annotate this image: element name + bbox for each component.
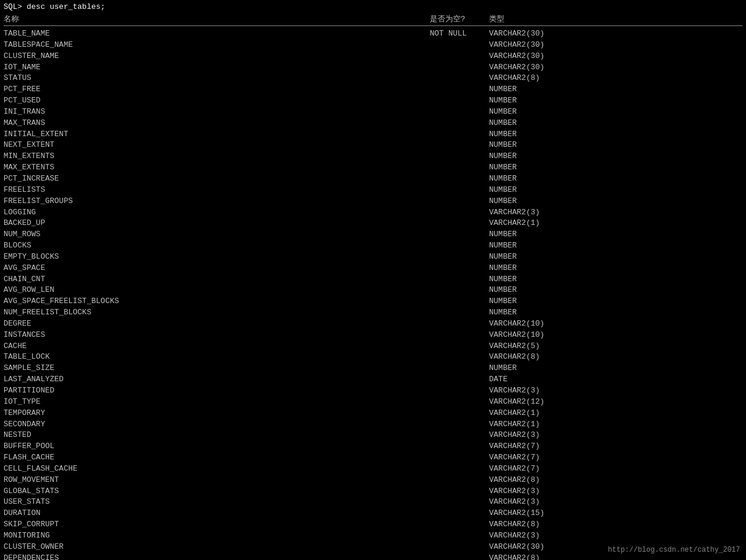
row-column-name: LOGGING: [4, 207, 430, 218]
row-column-name: PCT_INCREASE: [4, 173, 430, 185]
row-type: VARCHAR2(3): [489, 385, 540, 397]
row-column-name: DEPENDENCIES: [4, 553, 430, 560]
row-type: NUMBER: [489, 263, 517, 274]
row-nullable: [430, 519, 489, 530]
table-row: PCT_FREENUMBER: [4, 84, 742, 95]
row-column-name: NESTED: [4, 430, 430, 441]
row-column-name: CELL_FLASH_CACHE: [4, 464, 430, 475]
row-nullable: [430, 341, 489, 352]
row-type: NUMBER: [489, 285, 517, 296]
row-column-name: FLASH_CACHE: [4, 452, 430, 464]
table-row: NUM_FREELIST_BLOCKSNUMBER: [4, 307, 742, 318]
row-type: NUMBER: [489, 229, 517, 240]
row-type: VARCHAR2(15): [489, 508, 545, 519]
table-row: SKIP_CORRUPTVARCHAR2(8): [4, 519, 742, 530]
row-column-name: LAST_ANALYZED: [4, 374, 430, 385]
row-nullable: [430, 207, 489, 218]
row-type: NUMBER: [489, 95, 517, 107]
row-nullable: [430, 140, 489, 151]
row-type: VARCHAR2(5): [489, 341, 540, 352]
table-row: MAX_TRANSNUMBER: [4, 118, 742, 129]
row-nullable: [430, 385, 489, 397]
row-nullable: [430, 185, 489, 196]
row-nullable: [430, 162, 489, 173]
table-row: CACHEVARCHAR2(5): [4, 341, 742, 352]
table-row: CLUSTER_NAMEVARCHAR2(30): [4, 51, 742, 62]
row-nullable: [430, 285, 489, 296]
table-row: BACKED_UPVARCHAR2(1): [4, 218, 742, 229]
row-type: VARCHAR2(1): [489, 419, 540, 430]
row-column-name: MAX_TRANS: [4, 118, 430, 129]
table-row: USER_STATSVARCHAR2(3): [4, 497, 742, 508]
row-column-name: MAX_EXTENTS: [4, 162, 430, 173]
table-row: AVG_SPACENUMBER: [4, 263, 742, 274]
table-row: AVG_SPACE_FREELIST_BLOCKSNUMBER: [4, 296, 742, 307]
row-type: NUMBER: [489, 129, 517, 140]
row-nullable: [430, 240, 489, 252]
row-type: NUMBER: [489, 307, 517, 318]
row-column-name: EMPTY_BLOCKS: [4, 252, 430, 263]
table-row: GLOBAL_STATSVARCHAR2(3): [4, 486, 742, 497]
table-row: SAMPLE_SIZENUMBER: [4, 363, 742, 374]
row-nullable: [430, 408, 489, 419]
table-row: LOGGINGVARCHAR2(3): [4, 207, 742, 218]
row-column-name: PCT_FREE: [4, 84, 430, 95]
row-nullable: [430, 486, 489, 497]
row-type: NUMBER: [489, 173, 517, 185]
row-nullable: [430, 252, 489, 263]
row-nullable: [430, 73, 489, 84]
row-nullable: [430, 51, 489, 62]
row-type: NUMBER: [489, 196, 517, 207]
row-column-name: NEXT_EXTENT: [4, 140, 430, 151]
row-type: VARCHAR2(1): [489, 218, 540, 229]
table-row: TEMPORARYVARCHAR2(1): [4, 408, 742, 419]
row-column-name: BACKED_UP: [4, 218, 430, 229]
row-column-name: AVG_SPACE: [4, 263, 430, 274]
table-row: BUFFER_POOLVARCHAR2(7): [4, 441, 742, 452]
row-column-name: AVG_ROW_LEN: [4, 285, 430, 296]
table-row: ROW_MOVEMENTVARCHAR2(8): [4, 475, 742, 486]
row-column-name: SECONDARY: [4, 419, 430, 430]
row-nullable: [430, 553, 489, 560]
row-column-name: FREELISTS: [4, 185, 430, 196]
row-nullable: [430, 419, 489, 430]
row-column-name: INSTANCES: [4, 330, 430, 341]
table-row: MIN_EXTENTSNUMBER: [4, 151, 742, 162]
row-type: VARCHAR2(8): [489, 352, 540, 363]
row-nullable: [430, 363, 489, 374]
row-nullable: [430, 218, 489, 229]
row-type: NUMBER: [489, 296, 517, 307]
row-column-name: AVG_SPACE_FREELIST_BLOCKS: [4, 296, 430, 307]
table-row: SECONDARYVARCHAR2(1): [4, 419, 742, 430]
row-nullable: [430, 464, 489, 475]
row-type: VARCHAR2(8): [489, 475, 540, 486]
row-type: VARCHAR2(10): [489, 330, 545, 341]
row-nullable: NOT NULL: [430, 28, 489, 40]
row-nullable: [430, 475, 489, 486]
row-nullable: [430, 263, 489, 274]
row-column-name: SAMPLE_SIZE: [4, 363, 430, 374]
table-row: NEXT_EXTENTNUMBER: [4, 140, 742, 151]
row-type: NUMBER: [489, 162, 517, 173]
table-row: FLASH_CACHEVARCHAR2(7): [4, 452, 742, 464]
row-type: VARCHAR2(12): [489, 397, 545, 408]
table-row: PCT_INCREASENUMBER: [4, 173, 742, 185]
row-nullable: [430, 430, 489, 441]
header-nullable: 是否为空?: [430, 14, 489, 24]
row-nullable: [430, 107, 489, 118]
row-nullable: [430, 40, 489, 51]
row-column-name: NUM_FREELIST_BLOCKS: [4, 307, 430, 318]
data-rows: TABLE_NAMENOT NULLVARCHAR2(30)TABLESPACE…: [4, 28, 742, 560]
row-type: DATE: [489, 374, 507, 385]
watermark: http://blog.csdn.net/cathy_2017: [608, 546, 740, 554]
row-column-name: IOT_NAME: [4, 62, 430, 73]
header-name: 名称: [4, 14, 430, 24]
row-nullable: [430, 129, 489, 140]
row-nullable: [430, 318, 489, 330]
table-row: DEGREEVARCHAR2(10): [4, 318, 742, 330]
row-column-name: BUFFER_POOL: [4, 441, 430, 452]
row-type: VARCHAR2(7): [489, 464, 540, 475]
row-column-name: TEMPORARY: [4, 408, 430, 419]
table-row: CELL_FLASH_CACHEVARCHAR2(7): [4, 464, 742, 475]
row-nullable: [430, 508, 489, 519]
